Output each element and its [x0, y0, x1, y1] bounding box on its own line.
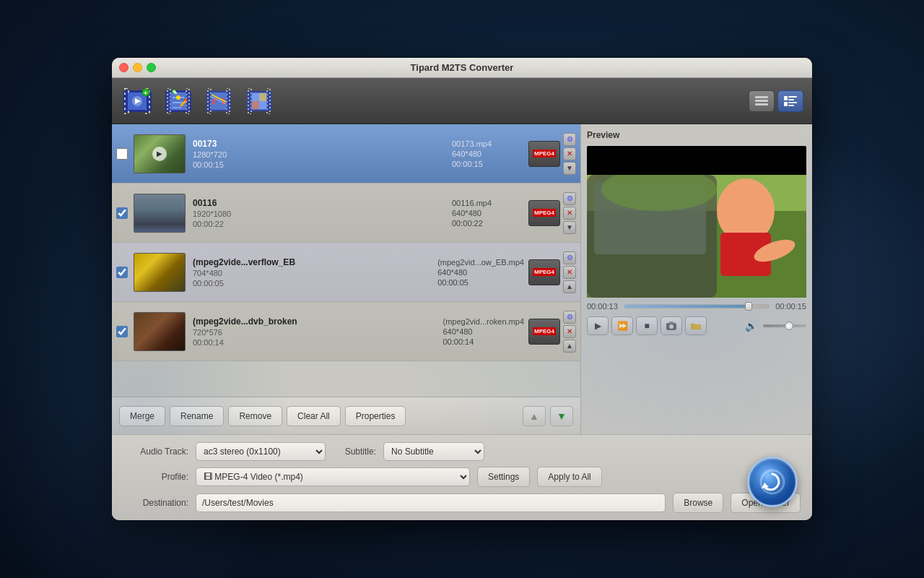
- expand-icon-0[interactable]: ▼: [563, 162, 576, 175]
- remove-button[interactable]: Remove: [228, 406, 282, 426]
- destination-label: Destination:: [123, 498, 188, 508]
- clear-all-button[interactable]: Clear All: [287, 406, 341, 426]
- remove-icon-1[interactable]: ✕: [563, 207, 576, 220]
- progress-track[interactable]: [624, 304, 770, 309]
- expand-icon-1[interactable]: ▼: [563, 221, 576, 234]
- file-thumbnail-0: ▶: [134, 134, 186, 173]
- expand-icon-2[interactable]: ▲: [563, 280, 576, 293]
- maximize-button[interactable]: [147, 63, 156, 72]
- clip-button[interactable]: [201, 84, 236, 118]
- table-row[interactable]: ▶ 00173 1280*720 00:00:15 00173.mp4 640*…: [112, 124, 580, 184]
- open-folder-button[interactable]: [685, 316, 707, 335]
- format-label-2: MPEG4: [533, 268, 556, 276]
- row-checkbox-3[interactable]: [116, 326, 128, 337]
- format-label-0: MPEG4: [533, 150, 556, 158]
- subtitle-select[interactable]: No Subtitle: [383, 442, 484, 461]
- svg-point-13: [176, 95, 180, 100]
- row-checkbox-2[interactable]: [116, 267, 128, 278]
- file-list: ▶ 00173 1280*720 00:00:15 00173.mp4 640*…: [112, 124, 580, 397]
- svg-point-50: [601, 168, 717, 211]
- settings-button[interactable]: Settings: [477, 467, 530, 487]
- remove-icon-2[interactable]: ✕: [563, 266, 576, 279]
- volume-slider[interactable]: [763, 324, 806, 327]
- file-name-1: 00116: [193, 198, 452, 208]
- app-window: Tipard M2TS Converter +: [112, 58, 812, 520]
- table-row[interactable]: 00116 1920*1080 00:00:22 00116.mp4 640*4…: [112, 184, 580, 243]
- output-res-3: 640*480: [443, 327, 525, 336]
- preview-controls: 00:00:13 00:00:15: [587, 302, 806, 311]
- preview-panel: Preview: [581, 124, 812, 434]
- svg-rect-54: [691, 324, 701, 329]
- main-toolbar: + ✎: [112, 78, 812, 124]
- volume-icon: 🔊: [745, 320, 757, 332]
- detail-view-button[interactable]: [777, 90, 803, 112]
- svg-rect-33: [755, 100, 768, 102]
- row-checkbox-1[interactable]: [116, 207, 128, 219]
- apply-to-all-button[interactable]: Apply to All: [537, 467, 601, 487]
- file-duration-1: 00:00:22: [193, 220, 452, 228]
- settings-icon-3[interactable]: ⚙: [563, 311, 576, 324]
- file-info-0: 00173 1280*720 00:00:15: [193, 139, 452, 169]
- profile-select[interactable]: 🎞 MPEG-4 Video (*.mp4): [196, 467, 470, 486]
- merge-button[interactable]: Merge: [119, 406, 165, 426]
- list-view-button[interactable]: [749, 90, 775, 112]
- row-checkbox-0[interactable]: [116, 148, 128, 160]
- svg-rect-31: [252, 101, 259, 109]
- format-badge-0: MPEG4: [528, 141, 560, 167]
- expand-icon-3[interactable]: ▲: [563, 340, 576, 353]
- format-badge-2: MPEG4: [528, 259, 560, 285]
- output-res-1: 640*480: [452, 209, 524, 217]
- svg-text:+: +: [144, 90, 147, 97]
- remove-icon-0[interactable]: ✕: [563, 147, 576, 160]
- file-duration-3: 00:00:14: [193, 338, 443, 347]
- convert-button[interactable]: [747, 457, 798, 507]
- titlebar: Tipard M2TS Converter: [112, 58, 812, 78]
- output-dur-2: 00:00:05: [437, 278, 524, 287]
- browse-button[interactable]: Browse: [673, 493, 723, 513]
- file-info-1: 00116 1920*1080 00:00:22: [193, 198, 452, 228]
- file-actions-0: ⚙ ✕ ▼: [563, 133, 576, 175]
- move-down-button[interactable]: ▼: [550, 406, 573, 426]
- svg-marker-56: [762, 483, 769, 488]
- properties-button[interactable]: Properties: [345, 406, 406, 426]
- play-button[interactable]: ▶: [587, 316, 609, 335]
- snapshot-button[interactable]: [661, 316, 682, 335]
- remove-icon-3[interactable]: ✕: [563, 325, 576, 338]
- close-button[interactable]: [119, 63, 128, 72]
- file-info-2: (mpeg2vide...verflow_EB 704*480 00:00:05: [193, 257, 437, 288]
- move-up-button[interactable]: ▲: [523, 406, 546, 426]
- svg-rect-36: [788, 96, 797, 98]
- add-video-button[interactable]: +: [121, 84, 155, 118]
- settings-icon-2[interactable]: ⚙: [563, 251, 576, 264]
- svg-text:✎: ✎: [173, 89, 178, 95]
- stop-button[interactable]: ■: [636, 316, 658, 335]
- effect-button[interactable]: [242, 84, 276, 118]
- file-output-1: 00116.mp4 640*480 00:00:22: [452, 199, 524, 228]
- fast-forward-button[interactable]: ⏩: [611, 316, 633, 335]
- rename-button[interactable]: Rename: [170, 406, 224, 426]
- file-name-0: 00173: [193, 139, 452, 149]
- svg-rect-40: [788, 105, 794, 106]
- file-actions-1: ⚙ ✕ ▼: [563, 192, 576, 234]
- progress-thumb[interactable]: [745, 302, 752, 311]
- edit-button[interactable]: ✎: [161, 84, 196, 118]
- profile-row: Profile: 🎞 MPEG-4 Video (*.mp4) Settings…: [123, 467, 801, 487]
- output-dur-0: 00:00:15: [452, 160, 524, 168]
- format-label-1: MPEG4: [533, 209, 556, 217]
- settings-icon-0[interactable]: ⚙: [563, 133, 576, 146]
- svg-rect-29: [259, 101, 266, 109]
- file-output-2: (mpeg2vid...ow_EB.mp4 640*480 00:00:05: [437, 258, 524, 287]
- table-row[interactable]: (mpeg2vide...verflow_EB 704*480 00:00:05…: [112, 243, 580, 302]
- file-thumbnail-2: [134, 253, 186, 292]
- output-dur-1: 00:00:22: [452, 219, 524, 228]
- preview-time-start: 00:00:13: [587, 302, 618, 311]
- table-row[interactable]: (mpeg2vide...dvb_broken 720*576 00:00:14…: [112, 302, 580, 361]
- settings-icon-1[interactable]: ⚙: [563, 192, 576, 205]
- minimize-button[interactable]: [133, 63, 142, 72]
- audio-track-select[interactable]: ac3 stereo (0x1100): [196, 442, 326, 461]
- view-toggle: [749, 90, 803, 112]
- destination-input[interactable]: [196, 493, 666, 512]
- format-label-3: MPEG4: [533, 327, 556, 335]
- file-actions-2: ⚙ ✕ ▲: [563, 251, 576, 293]
- preview-title: Preview: [587, 130, 806, 140]
